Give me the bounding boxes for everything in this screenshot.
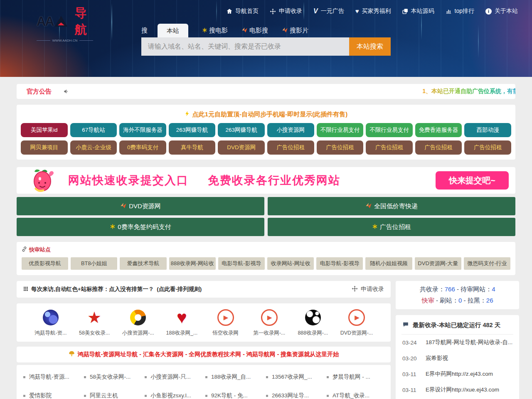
link-label: 188收录网_自... (211, 373, 251, 381)
nav-label: 本站源码 (411, 7, 434, 15)
tag-button[interactable]: 广告位招租 (267, 140, 314, 155)
green-ad-block[interactable]: DVD资源网 (17, 197, 264, 215)
nav-ad[interactable]: V 一元广告 (313, 7, 344, 15)
asterisk-icon (202, 27, 207, 34)
link-item[interactable]: 梦晨导航网 - ... (325, 373, 386, 381)
nav-home[interactable]: 导航首页 (227, 7, 259, 15)
nav-buyer-show[interactable]: 买家秀福利 (355, 7, 391, 15)
globe-black-icon (305, 309, 321, 326)
site-logo[interactable]: AA 导航 WWW.AADH.CN (37, 5, 93, 42)
site-card[interactable]: 小搜资源网-... (116, 309, 160, 337)
fast-tag[interactable]: DVD资源网-大量 (415, 257, 461, 270)
announcement-title: 官方公告 (27, 88, 52, 96)
tag-button[interactable]: 广告位招租 (415, 140, 462, 155)
fast-tag[interactable]: 收录网站-网址收 (267, 257, 314, 270)
fast-tag[interactable]: 电影导航-影视导 (218, 257, 265, 270)
green-ad-block[interactable]: 全国低价寄快递 (268, 197, 515, 215)
latest-item[interactable]: 03-11 E界中药网http://z.ej43.com (401, 366, 513, 382)
link-item[interactable]: 13567收录网_... (264, 373, 325, 381)
promo-notice[interactable]: 点此1元自助置顶-自动同步手机端-即时显示(此插件有售) (20, 109, 512, 120)
latest-item[interactable]: 03-24 187导航网-网址导航-网站收录-自... (401, 335, 513, 350)
heart-icon (177, 309, 187, 326)
link-item[interactable]: 58美女收录网-... (82, 373, 143, 381)
tag-button[interactable]: 263网赚导航 (169, 123, 216, 137)
list-header-text: 每次来访,自动红色+站标推荐：点入没有排第一？ (31, 286, 154, 293)
site-card[interactable]: 悟空收录网 (204, 309, 247, 337)
nav-top-rank[interactable]: top排行 (446, 7, 474, 15)
fast-tag[interactable]: 微恩码支付-行业 (464, 257, 510, 270)
link-item[interactable]: 阿里云主机 (82, 392, 143, 399)
submit-now-button[interactable]: 快来提交吧~ (436, 171, 509, 190)
site-card[interactable]: 58美女收录... (73, 309, 116, 337)
link-icon (22, 246, 27, 253)
tag-button[interactable]: 小鹿云-企业级 (70, 140, 117, 155)
green-ad-block[interactable]: 广告位招租 (268, 218, 515, 236)
tag-button[interactable]: 广告位招租 (317, 140, 364, 155)
fast-tag[interactable]: 随机小姐姐视频 (365, 257, 412, 270)
tag-button[interactable]: 美国苹果id (21, 123, 68, 137)
latest-item[interactable]: 03-11 E界设计网http://xue.ej43.com (401, 382, 513, 398)
fast-tag[interactable]: BT8小姐姐 (71, 257, 117, 270)
search-tabs: 搜 本站 搜电影 电影搜 搜影片 (141, 24, 391, 37)
bullet-icon (327, 395, 329, 397)
link-item[interactable]: 188收录网_自... (204, 373, 264, 381)
link-item[interactable]: AT导航_收录... (325, 392, 386, 399)
nav-label: 一元广告 (321, 7, 344, 15)
tab-this-site[interactable]: 本站 (158, 24, 188, 37)
green-ad-block[interactable]: 0费率免签约码支付 (17, 218, 264, 236)
featured-marquee-text[interactable]: 鸿菇导航-资源网址导航 - 汇集各大资源网 - 全网优质教程技术网 - 鸿菇导航… (78, 351, 339, 358)
tag-button[interactable]: 不限行业易支付 (317, 123, 364, 137)
tag-button[interactable]: 西部动漫 (464, 123, 511, 137)
apply-include-link[interactable]: 申请收录 (352, 286, 384, 293)
announcement-marquee: 1、本站已开通自助广告位系统，有需要 (422, 88, 515, 95)
site-card[interactable]: 第一收录网-... (248, 309, 291, 337)
tag-button[interactable]: DVD资源网 (218, 140, 265, 155)
search-input[interactable] (141, 37, 349, 56)
tab-search-movie[interactable]: 搜电影 (202, 27, 228, 37)
tag-button[interactable]: 0费率码支付 (119, 140, 166, 155)
site-name: 58美女收录... (79, 330, 110, 337)
tag-button[interactable]: 免费香港服务器 (415, 123, 462, 137)
tag-button[interactable]: 广告位招租 (366, 140, 413, 155)
stats-brush-label: 刷站： (440, 297, 458, 304)
link-item[interactable]: 26633网址导... (264, 392, 325, 399)
tag-button[interactable]: 广告位招租 (464, 140, 511, 155)
tag-button[interactable]: 263网赚导航 (218, 123, 265, 137)
list-header-rule-link[interactable]: (点此看-排列规则) (157, 286, 202, 293)
tab-search-film[interactable]: 搜影片 (282, 27, 308, 37)
tag-button[interactable]: 67导航站 (70, 123, 117, 137)
tab-movie-search[interactable]: 电影搜 (241, 27, 268, 37)
link-item[interactable]: 爱情影院 (22, 392, 82, 399)
fold-icon (365, 202, 372, 210)
tag-button[interactable]: 海外不限服务器 (119, 123, 166, 137)
fast-tag[interactable]: 爱鑫技术导航 (120, 257, 166, 270)
latest-item[interactable]: 03-20 宸希影视 (401, 350, 513, 366)
search-button[interactable]: 本站搜索 (349, 37, 391, 56)
stats-fast-link[interactable]: 快审 (422, 297, 434, 304)
fast-tag[interactable]: 电影导航-影视导 (316, 257, 363, 270)
site-card[interactable]: 鸿菇导航-资... (29, 309, 72, 337)
site-card[interactable]: 888收录网-... (291, 309, 335, 337)
fast-tag[interactable]: 888收录网-网站收 (169, 257, 216, 270)
nav-apply[interactable]: 申请收录 (270, 7, 302, 15)
tag-button[interactable]: 不限行业易支付 (366, 123, 413, 137)
tag-button[interactable]: 小搜资源网 (267, 123, 314, 137)
site-card[interactable]: DVD资源网-... (335, 309, 378, 337)
fast-tag[interactable]: 优质影视导航 (22, 257, 68, 270)
top-nav: 导航首页 申请收录 V 一元广告 买家秀福利 本站源码 top排行 (227, 7, 518, 15)
link-item[interactable]: 小搜资源网-只... (143, 373, 204, 381)
fast-review-title-text: 快审站点 (29, 246, 51, 254)
nav-source-code[interactable]: 本站源码 (402, 7, 434, 15)
link-item[interactable]: 92K导航 - 免... (204, 392, 264, 399)
site-name: 悟空收录网 (212, 330, 239, 337)
green-ad-label: 广告位招租 (380, 223, 411, 231)
stats-line-1: 共收录：766 - 待审网站：4 (420, 286, 495, 293)
nav-about[interactable]: 关于本站 (485, 7, 518, 15)
site-card[interactable]: 188收录网_... (160, 309, 203, 337)
link-item[interactable]: 小鱼影视zsxy.l... (143, 392, 204, 399)
link-item[interactable]: 鸿菇导航-资源... (22, 373, 82, 381)
tag-button[interactable]: 真牛导航 (169, 140, 216, 155)
arrows-icon (352, 286, 358, 293)
tag-button[interactable]: 网贝兼项目 (21, 140, 68, 155)
lightning-icon (185, 110, 190, 118)
